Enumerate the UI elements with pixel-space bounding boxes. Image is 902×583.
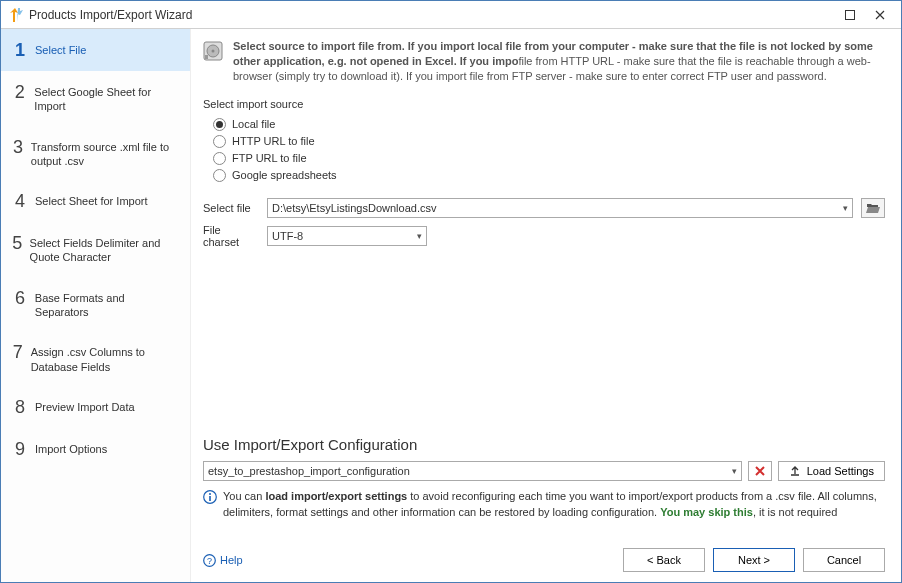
- select-file-label: Select file: [203, 202, 259, 214]
- step-number: 7: [11, 343, 25, 361]
- config-section-title: Use Import/Export Configuration: [203, 426, 885, 453]
- svg-marker-0: [10, 8, 18, 22]
- wizard-step-5[interactable]: 5Select Fields Delimiter and Quote Chara…: [1, 222, 190, 277]
- wizard-step-8[interactable]: 8Preview Import Data: [1, 386, 190, 428]
- wizard-step-1[interactable]: 1Select File: [1, 29, 190, 71]
- wizard-window: Products Import/Export Wizard 1Select Fi…: [0, 0, 902, 583]
- x-icon: [754, 465, 766, 477]
- svg-text:?: ?: [207, 556, 212, 566]
- step-label: Import Options: [35, 440, 107, 456]
- info-icon: [203, 490, 217, 504]
- svg-point-8: [209, 493, 211, 495]
- step-label: Select File: [35, 41, 86, 57]
- close-button[interactable]: [865, 3, 895, 27]
- radio-icon: [213, 135, 226, 148]
- browse-file-button[interactable]: [861, 198, 885, 218]
- step-number: 1: [11, 41, 29, 59]
- help-icon: ?: [203, 554, 216, 567]
- radio-local-file[interactable]: Local file: [203, 116, 885, 133]
- dropdown-icon: ▾: [417, 231, 422, 241]
- radio-icon: [213, 169, 226, 182]
- radio-icon: [213, 152, 226, 165]
- svg-rect-6: [205, 55, 208, 59]
- wizard-step-2[interactable]: 2Select Google Sheet for Import: [1, 71, 190, 126]
- step-number: 9: [11, 440, 29, 458]
- maximize-button[interactable]: [835, 3, 865, 27]
- svg-rect-9: [209, 496, 211, 501]
- step-label: Select Sheet for Import: [35, 192, 148, 208]
- wizard-steps-sidebar: 1Select File2Select Google Sheet for Imp…: [1, 29, 191, 582]
- step-label: Select Fields Delimiter and Quote Charac…: [30, 234, 180, 265]
- wizard-footer: ?Help < Back Next > Cancel: [203, 540, 885, 572]
- upload-icon: [789, 465, 801, 477]
- step-label: Assign .csv Columns to Database Fields: [31, 343, 180, 374]
- import-source-group: Select import source Local file HTTP URL…: [203, 98, 885, 184]
- dropdown-icon: ▾: [732, 466, 737, 476]
- step-label: Transform source .xml file to output .cs…: [31, 138, 180, 169]
- file-path-input[interactable]: D:\etsy\EtsyListingsDownload.csv▾: [267, 198, 853, 218]
- wizard-step-9[interactable]: 9Import Options: [1, 428, 190, 470]
- radio-google-spreadsheets[interactable]: Google spreadsheets: [203, 167, 885, 184]
- dropdown-icon: ▾: [843, 203, 848, 213]
- step-number: 5: [11, 234, 24, 252]
- step-number: 4: [11, 192, 29, 210]
- next-button[interactable]: Next >: [713, 548, 795, 572]
- step-label: Preview Import Data: [35, 398, 135, 414]
- step-number: 8: [11, 398, 29, 416]
- radio-icon: [213, 118, 226, 131]
- main-panel: Select source to import file from. If yo…: [191, 29, 901, 582]
- step-label: Base Formats and Separators: [35, 289, 180, 320]
- back-button[interactable]: < Back: [623, 548, 705, 572]
- folder-open-icon: [866, 202, 880, 214]
- file-charset-select[interactable]: UTF-8▾: [267, 226, 427, 246]
- step-label: Select Google Sheet for Import: [34, 83, 180, 114]
- cancel-button[interactable]: Cancel: [803, 548, 885, 572]
- step-number: 2: [11, 83, 28, 101]
- wizard-step-4[interactable]: 4Select Sheet for Import: [1, 180, 190, 222]
- window-title: Products Import/Export Wizard: [29, 8, 835, 22]
- wizard-step-7[interactable]: 7Assign .csv Columns to Database Fields: [1, 331, 190, 386]
- intro-text: Select source to import file from. If yo…: [203, 39, 885, 84]
- config-info-text: You can load import/export settings to a…: [203, 489, 885, 520]
- clear-config-button[interactable]: [748, 461, 772, 481]
- svg-point-5: [212, 50, 215, 53]
- hdd-icon: [203, 41, 223, 61]
- radio-ftp-url[interactable]: FTP URL to file: [203, 150, 885, 167]
- import-source-label: Select import source: [203, 98, 885, 110]
- wizard-step-3[interactable]: 3Transform source .xml file to output .c…: [1, 126, 190, 181]
- wizard-step-6[interactable]: 6Base Formats and Separators: [1, 277, 190, 332]
- radio-http-url[interactable]: HTTP URL to file: [203, 133, 885, 150]
- svg-marker-1: [17, 8, 23, 22]
- svg-rect-2: [846, 10, 855, 19]
- app-icon: [7, 7, 23, 23]
- load-settings-button[interactable]: Load Settings: [778, 461, 885, 481]
- titlebar: Products Import/Export Wizard: [1, 1, 901, 29]
- file-charset-label: File charset: [203, 224, 259, 248]
- help-link[interactable]: ?Help: [203, 554, 243, 567]
- config-select[interactable]: etsy_to_prestashop_import_configuration▾: [203, 461, 742, 481]
- step-number: 3: [11, 138, 25, 156]
- step-number: 6: [11, 289, 29, 307]
